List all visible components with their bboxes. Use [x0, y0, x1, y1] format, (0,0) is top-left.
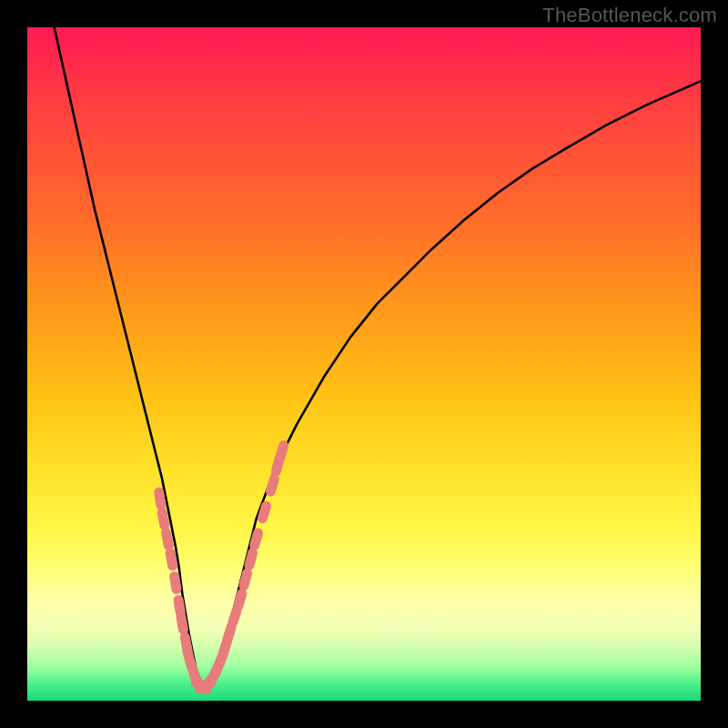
- plot-area: [27, 27, 701, 701]
- highlight-dot: [228, 627, 231, 639]
- chart-svg: [27, 27, 701, 701]
- chart-root: TheBottleneck.com: [0, 0, 728, 728]
- highlight-dot: [233, 611, 237, 622]
- highlight-dot: [167, 533, 169, 546]
- highlight-dot: [178, 601, 180, 613]
- bottleneck-curve: [55, 27, 701, 687]
- highlight-dot: [162, 512, 165, 525]
- highlight-dot: [270, 479, 274, 490]
- highlight-dot: [159, 492, 161, 505]
- highlight-dot: [255, 533, 258, 545]
- highlight-dot: [262, 506, 266, 518]
- highlight-dot: [249, 553, 253, 566]
- highlight-dots-group: [159, 446, 284, 690]
- highlight-dot: [181, 617, 184, 630]
- highlight-dot: [175, 577, 177, 590]
- watermark-text: TheBottleneck.com: [542, 4, 717, 27]
- highlight-dot: [280, 446, 284, 458]
- highlight-dot: [244, 573, 248, 586]
- highlight-dot: [238, 593, 242, 605]
- highlight-dot: [170, 553, 173, 566]
